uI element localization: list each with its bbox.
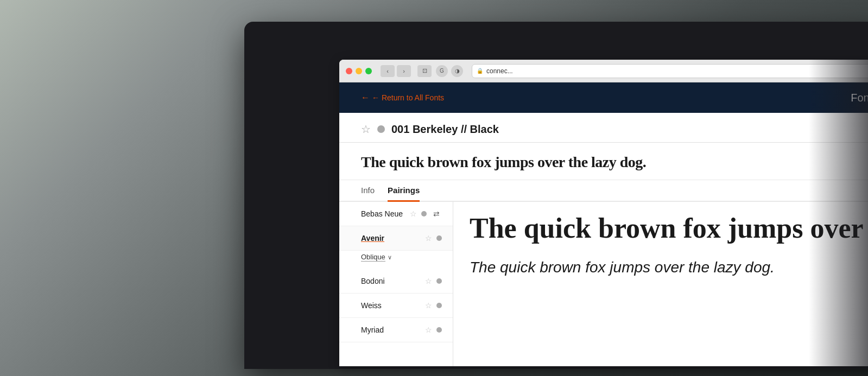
address-text: connec... [486,67,513,75]
font-favorite-star[interactable]: ☆ [361,123,371,136]
font-list-name-avenir[interactable]: Avenir [361,234,421,243]
browser-titlebar: ‹ › ⊡ G ◑ 🔒 connec... [339,60,868,82]
return-to-all-fonts-link[interactable]: ← ← Return to All Fonts [361,93,444,103]
monitor-frame: ‹ › ⊡ G ◑ 🔒 connec... ← ← Return to All … [244,22,868,369]
font-active-dot [436,327,442,333]
list-item: Bodoni ☆ [339,269,453,294]
font-star-icon[interactable]: ☆ [425,301,432,310]
font-variant-row: Oblique ∨ [339,251,453,269]
font-active-dot [436,303,442,308]
font-list-item-row: Avenir ☆ [339,226,453,251]
return-arrow-icon: ← [361,93,370,103]
nav-back-button[interactable]: ‹ [381,65,395,77]
header-title: Font Inf [851,92,868,104]
app-area: ← ← Return to All Fonts Font Inf ☆ 001 B… [339,82,868,366]
pairing-italic-preview-text: The quick brown fox jumps over the lazy … [470,257,868,278]
font-variant-label[interactable]: Oblique [361,253,385,262]
list-item-avenir: Avenir ☆ Oblique ∨ [339,226,453,269]
traffic-light-green[interactable] [365,68,372,74]
font-name-title: 001 Berkeley // Black [391,123,499,136]
address-bar[interactable]: 🔒 connec... [472,64,868,78]
app-header: ← ← Return to All Fonts Font Inf [339,82,868,113]
extension-icon-g[interactable]: G [436,65,448,77]
lock-icon: 🔒 [477,68,483,74]
font-active-dot [421,211,427,216]
font-header: ☆ 001 Berkeley // Black [339,113,868,143]
font-status-dot [377,125,385,133]
list-item: Weiss ☆ [339,294,453,318]
tab-pairings[interactable]: Pairings [388,180,420,202]
font-list-name: Bebas Neue [361,209,406,218]
tab-info[interactable]: Info [361,180,375,202]
sidebar-toggle-button[interactable]: ⊡ [417,65,432,77]
browser-window: ‹ › ⊡ G ◑ 🔒 connec... ← ← Return to All … [339,60,868,366]
font-star-avenir[interactable]: ☆ [425,234,432,243]
swap-icon[interactable]: ⇄ [433,209,440,218]
font-list-name: Bodoni [361,277,421,285]
font-preview-text: The quick brown fox jumps over the lazy … [361,154,868,171]
font-list-name: Weiss [361,301,421,310]
font-list-name: Myriad [361,326,421,334]
font-preview-section: The quick brown fox jumps over the lazy … [339,143,868,180]
extension-icon-contrast[interactable]: ◑ [451,65,463,77]
tabs-row: Info Pairings [339,180,868,202]
font-star-icon[interactable]: ☆ [425,277,432,285]
browser-extension-icons: G ◑ [436,65,463,77]
app-content: ☆ 001 Berkeley // Black The quick brown … [339,113,868,366]
return-label: ← Return to All Fonts [372,93,444,102]
list-item: Bebas Neue ☆ ⇄ [339,202,453,226]
list-item: Myriad ☆ [339,318,453,342]
traffic-light-yellow[interactable] [356,68,362,74]
pairing-preview-pane: The quick brown fox jumps over the lazy … [453,202,868,366]
traffic-light-red[interactable] [346,68,352,74]
pairing-large-preview-text: The quick brown fox jumps over the lazy [470,213,868,244]
traffic-lights [346,68,372,74]
chevron-down-icon[interactable]: ∨ [388,254,392,261]
nav-buttons: ‹ › [381,65,411,77]
font-active-dot [436,278,442,284]
font-star-icon[interactable]: ☆ [410,209,417,218]
font-star-icon[interactable]: ☆ [425,326,432,334]
pairings-layout: Bebas Neue ☆ ⇄ Avenir ☆ [339,202,868,366]
font-list-sidebar: Bebas Neue ☆ ⇄ Avenir ☆ [339,202,453,366]
font-dot-avenir [436,235,442,241]
nav-forward-button[interactable]: › [397,65,411,77]
